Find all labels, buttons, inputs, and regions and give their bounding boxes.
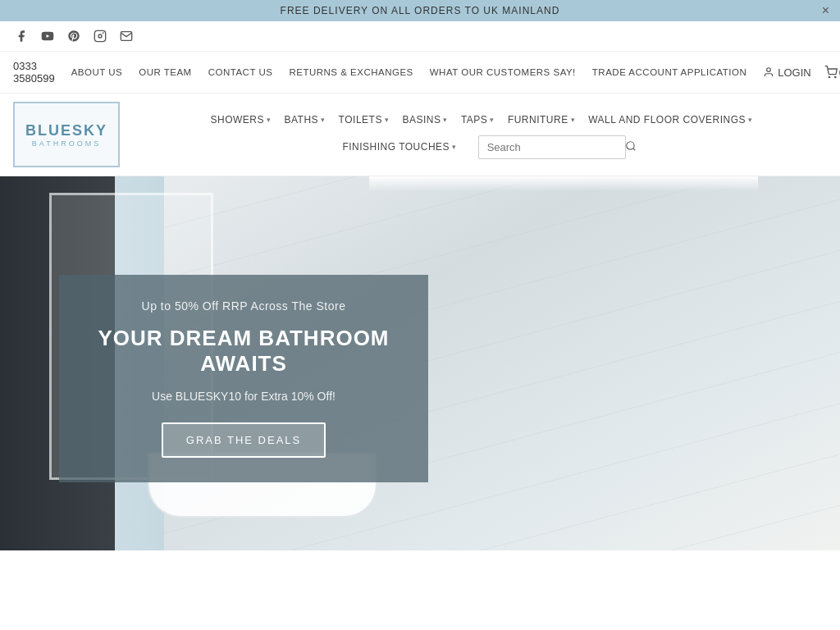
chevron-down-icon: ▾ — [321, 116, 326, 124]
nav-showers[interactable]: SHOWERS ▾ — [205, 111, 276, 129]
facebook-icon[interactable] — [13, 28, 30, 44]
chevron-down-icon: ▾ — [385, 116, 390, 124]
banner-text: FREE DELIVERY ON ALL ORDERS TO UK MAINLA… — [281, 5, 560, 16]
nav-basins[interactable]: BASINS ▾ — [397, 111, 453, 129]
chevron-down-icon: ▾ — [443, 116, 448, 124]
chevron-down-icon: ▾ — [571, 116, 576, 124]
svg-point-5 — [829, 76, 829, 77]
main-nav-bottom-row: FINISHING TOUCHES ▾ — [337, 135, 625, 159]
hero-light-strip — [369, 176, 758, 191]
hero-subtitle: Up to 50% Off RRP Across The Store — [92, 299, 395, 313]
nav-trade[interactable]: TRADE ACCOUNT APPLICATION — [592, 67, 746, 77]
chevron-down-icon: ▾ — [267, 116, 272, 124]
logo-brand: BLUESKY — [25, 122, 107, 139]
nav-our-team[interactable]: OUR TEAM — [139, 67, 192, 77]
logo-sub: BATHROOMS — [32, 139, 101, 148]
user-icon — [763, 66, 774, 78]
header: BLUESKY BATHROOMS SHOWERS ▾ BATHS ▾ TOIL… — [0, 94, 840, 176]
hero-section: Up to 50% Off RRP Across The Store YOUR … — [0, 176, 840, 550]
nav-furniture[interactable]: FURNITURE ▾ — [503, 111, 580, 129]
svg-rect-1 — [94, 30, 105, 41]
nav-baths[interactable]: BATHS ▾ — [279, 111, 330, 129]
hero-cta-button[interactable]: GRAB THE DEALS — [162, 422, 326, 458]
logo[interactable]: BLUESKY BATHROOMS — [13, 102, 120, 167]
pinterest-icon[interactable] — [66, 28, 82, 44]
email-icon[interactable] — [118, 28, 135, 44]
svg-point-3 — [103, 33, 103, 34]
nav-toilets[interactable]: TOILETS ▾ — [334, 111, 395, 129]
svg-point-4 — [767, 68, 771, 72]
search-box[interactable] — [478, 135, 626, 159]
cart-icon — [824, 66, 838, 79]
svg-point-7 — [626, 141, 633, 148]
nav-finishing-touches[interactable]: FINISHING TOUCHES ▾ — [337, 138, 461, 156]
login-label: LOGIN — [778, 66, 810, 79]
phone-number[interactable]: 0333 3580599 — [13, 60, 55, 84]
chevron-down-icon: ▾ — [490, 116, 495, 124]
chevron-down-icon: ▾ — [452, 143, 457, 151]
top-banner: FREE DELIVERY ON ALL ORDERS TO UK MAINLA… — [0, 0, 840, 21]
youtube-icon[interactable] — [39, 28, 56, 44]
nav-customers[interactable]: WHAT OUR CUSTOMERS SAY! — [430, 67, 576, 77]
nav-right-section: LOGIN 0 — [763, 66, 840, 79]
search-input[interactable] — [487, 141, 625, 153]
nav-taps[interactable]: TAPS ▾ — [456, 111, 500, 129]
main-navigation: SHOWERS ▾ BATHS ▾ TOILETS ▾ BASINS ▾ TAP… — [136, 111, 827, 159]
banner-close-button[interactable]: × — [822, 3, 830, 18]
nav-returns[interactable]: RETURNS & EXCHANGES — [289, 67, 413, 77]
main-nav-top-row: SHOWERS ▾ BATHS ▾ TOILETS ▾ BASINS ▾ TAP… — [205, 111, 757, 129]
instagram-icon[interactable] — [92, 28, 108, 44]
social-bar — [0, 21, 840, 52]
hero-promo: Use BLUESKY10 for Extra 10% Off! — [92, 390, 395, 403]
svg-point-6 — [834, 76, 835, 77]
nav-wall-floor[interactable]: WALL AND FLOOR COVERINGS ▾ — [583, 111, 757, 129]
nav-about-us[interactable]: ABOUT US — [71, 67, 123, 77]
hero-text-box: Up to 50% Off RRP Across The Store YOUR … — [59, 275, 428, 482]
top-nav: 0333 3580599 ABOUT US OUR TEAM CONTACT U… — [0, 52, 840, 94]
chevron-down-icon: ▾ — [748, 116, 753, 124]
nav-contact-us[interactable]: CONTACT US — [208, 67, 273, 77]
cart-button[interactable]: 0 — [824, 66, 840, 79]
svg-line-8 — [632, 148, 635, 150]
login-button[interactable]: LOGIN — [763, 66, 810, 79]
search-icon[interactable] — [625, 140, 637, 154]
svg-point-2 — [98, 34, 102, 38]
hero-title: YOUR DREAM BATHROOM AWAITS — [92, 326, 395, 377]
